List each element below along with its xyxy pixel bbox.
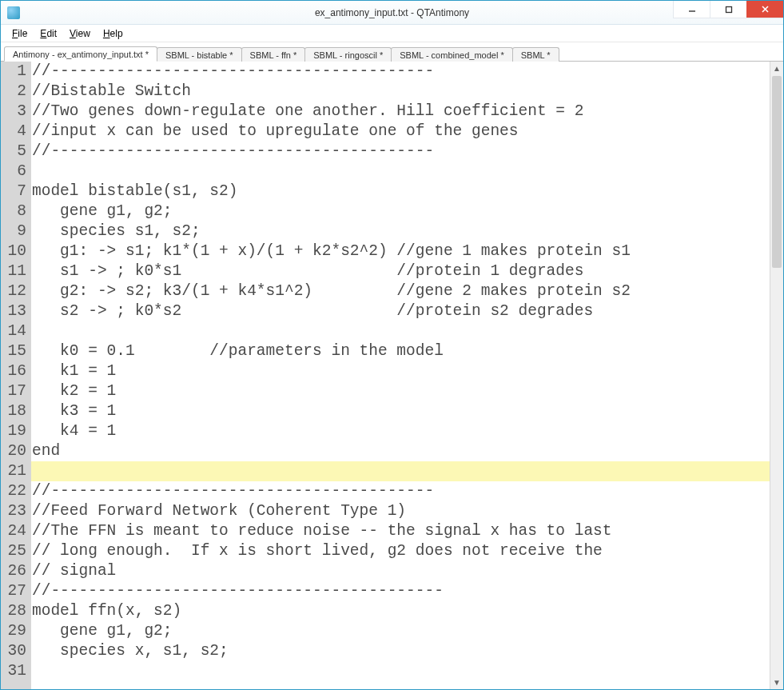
vertical-scrollbar[interactable]: ▲ ▼ <box>770 62 783 689</box>
line-number: 2 <box>7 82 28 102</box>
code-line[interactable]: //input x can be used to upregulate one … <box>31 122 770 142</box>
editor-area: 1234567891011121314151617181920212223242… <box>1 62 783 689</box>
line-number: 28 <box>7 601 28 621</box>
code-line[interactable]: g2: -> s2; k3/(1 + k4*s1^2) //gene 2 mak… <box>31 281 770 301</box>
line-number: 25 <box>7 541 28 561</box>
minimize-button[interactable] <box>673 1 710 18</box>
code-line[interactable]: k3 = 1 <box>31 401 770 421</box>
code-line[interactable]: k0 = 0.1 //parameters in the model <box>31 341 770 361</box>
line-number: 26 <box>7 561 28 581</box>
line-number: 31 <box>7 661 28 681</box>
line-number: 19 <box>7 421 28 441</box>
line-number: 27 <box>7 581 28 601</box>
line-number: 11 <box>7 261 28 281</box>
line-number: 15 <box>7 341 28 361</box>
window-title: ex_antimony_input.txt - QTAntimony <box>1 7 783 18</box>
line-number: 10 <box>7 241 28 261</box>
code-line[interactable]: //Two genes down-regulate one another. H… <box>31 102 770 122</box>
line-number: 13 <box>7 301 28 321</box>
line-number: 30 <box>7 641 28 661</box>
maximize-icon <box>725 6 733 14</box>
line-number: 20 <box>7 441 28 461</box>
line-number: 12 <box>7 281 28 301</box>
scroll-down-arrow[interactable]: ▼ <box>770 676 783 689</box>
titlebar[interactable]: ex_antimony_input.txt - QTAntimony <box>1 1 783 25</box>
code-line[interactable]: //Bistable Switch <box>31 82 770 102</box>
scroll-thumb[interactable] <box>772 76 782 268</box>
minimize-icon <box>688 6 696 14</box>
code-line[interactable]: species x, s1, s2; <box>31 641 770 661</box>
code-line[interactable]: //--------------------------------------… <box>31 481 770 501</box>
tab-1[interactable]: SBML - bistable * <box>157 47 242 62</box>
code-line[interactable]: //--------------------------------------… <box>31 62 770 82</box>
line-number: 14 <box>7 321 28 341</box>
code-line[interactable]: k1 = 1 <box>31 361 770 381</box>
menu-view[interactable]: View <box>63 26 97 41</box>
code-line[interactable] <box>31 162 770 181</box>
code-line[interactable] <box>31 461 770 481</box>
tabbar: Antimony - ex_antimony_input.txt *SBML -… <box>1 42 783 62</box>
app-window: ex_antimony_input.txt - QTAntimony File … <box>0 0 784 690</box>
line-gutter: 1234567891011121314151617181920212223242… <box>1 62 31 689</box>
menu-file[interactable]: File <box>6 26 34 41</box>
close-icon <box>761 5 770 14</box>
code-line[interactable]: model bistable(s1, s2) <box>31 181 770 201</box>
close-button[interactable] <box>746 1 783 18</box>
svg-rect-1 <box>726 6 731 12</box>
line-number: 1 <box>7 62 28 82</box>
line-number: 7 <box>7 181 28 201</box>
line-number: 9 <box>7 221 28 241</box>
menubar: File Edit View Help <box>1 25 783 42</box>
line-number: 5 <box>7 142 28 162</box>
code-line[interactable]: species s1, s2; <box>31 221 770 241</box>
code-line[interactable]: //Feed Forward Network (Coherent Type 1) <box>31 501 770 521</box>
app-icon <box>7 6 20 19</box>
menu-help[interactable]: Help <box>97 26 129 41</box>
tab-0[interactable]: Antimony - ex_antimony_input.txt * <box>4 46 157 62</box>
maximize-button[interactable] <box>710 1 746 18</box>
menu-edit[interactable]: Edit <box>34 26 63 41</box>
code-line[interactable]: gene g1, g2; <box>31 621 770 641</box>
code-editor[interactable]: 1234567891011121314151617181920212223242… <box>1 62 770 689</box>
line-number: 3 <box>7 102 28 122</box>
tab-2[interactable]: SBML - ffn * <box>241 47 306 62</box>
code-line[interactable]: s2 -> ; k0*s2 //protein s2 degrades <box>31 301 770 321</box>
code-line[interactable]: // signal <box>31 561 770 581</box>
line-number: 24 <box>7 521 28 541</box>
code-line[interactable]: g1: -> s1; k1*(1 + x)/(1 + k2*s2^2) //ge… <box>31 241 770 261</box>
line-number: 22 <box>7 481 28 501</box>
code-line[interactable] <box>31 661 770 681</box>
scroll-up-arrow[interactable]: ▲ <box>770 62 783 75</box>
line-number: 4 <box>7 122 28 142</box>
line-number: 21 <box>7 461 28 481</box>
line-number: 16 <box>7 361 28 381</box>
code-line[interactable]: k2 = 1 <box>31 381 770 401</box>
code-content[interactable]: //--------------------------------------… <box>31 62 770 689</box>
window-controls <box>673 1 783 24</box>
line-number: 23 <box>7 501 28 521</box>
code-line[interactable]: gene g1, g2; <box>31 201 770 221</box>
code-line[interactable]: s1 -> ; k0*s1 //protein 1 degrades <box>31 261 770 281</box>
line-number: 29 <box>7 621 28 641</box>
line-number: 8 <box>7 201 28 221</box>
tab-4[interactable]: SBML - combined_model * <box>391 47 512 62</box>
code-line[interactable]: model ffn(x, s2) <box>31 601 770 621</box>
code-line[interactable]: //--------------------------------------… <box>31 581 770 601</box>
code-line[interactable] <box>31 321 770 341</box>
code-line[interactable]: k4 = 1 <box>31 421 770 441</box>
line-number: 17 <box>7 381 28 401</box>
code-line[interactable]: //The FFN is meant to reduce noise -- th… <box>31 521 770 541</box>
code-line[interactable]: //--------------------------------------… <box>31 142 770 162</box>
code-line[interactable]: end <box>31 441 770 461</box>
line-number: 6 <box>7 162 28 181</box>
tab-3[interactable]: SBML - ringoscil * <box>304 47 392 62</box>
code-line[interactable]: // long enough. If x is short lived, g2 … <box>31 541 770 561</box>
tab-5[interactable]: SBML * <box>512 47 559 62</box>
line-number: 18 <box>7 401 28 421</box>
